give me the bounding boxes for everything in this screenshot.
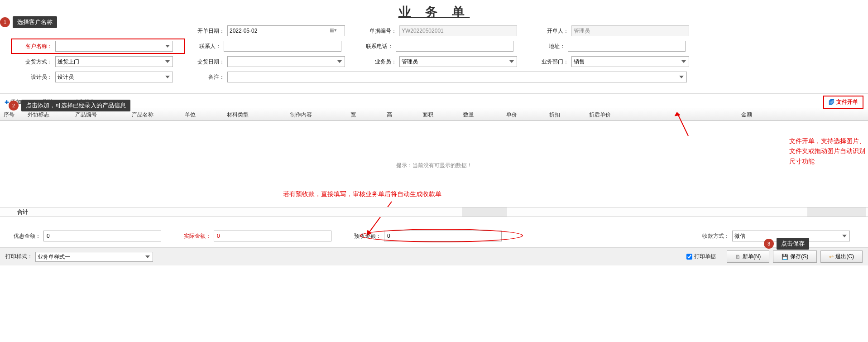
print-checkbox[interactable]: 打印单据 xyxy=(686,253,716,260)
designer-label: 设计员： xyxy=(14,73,55,81)
grid-totals-label: 合计 xyxy=(17,208,28,216)
callout-3-label: 点击保存 xyxy=(777,238,809,250)
salesman-select[interactable]: 管理员 xyxy=(399,56,517,67)
col-area: 面积 xyxy=(408,109,448,120)
grid-totals-row: 合计 xyxy=(0,207,868,217)
col-disc-price: 折后单价 xyxy=(575,109,625,120)
phone-label: 联系电话： xyxy=(354,43,396,50)
col-qty: 数量 xyxy=(448,109,489,120)
col-material: 材料类型 xyxy=(208,109,267,120)
new-button[interactable]: 🗎 新单(N) xyxy=(727,250,770,263)
salesman-label: 业务员： xyxy=(358,58,399,66)
file-open-button[interactable]: 🗐 文件开单 xyxy=(823,96,863,109)
remark-label: 备注： xyxy=(186,73,227,81)
callout-2-number: 2 xyxy=(9,101,19,111)
billing-date-input[interactable] xyxy=(227,25,345,36)
save-icon: 💾 xyxy=(782,254,788,260)
delivery-date-label: 交货日期： xyxy=(186,58,227,66)
new-button-label: 新单(N) xyxy=(743,253,761,260)
prepay-input[interactable] xyxy=(384,231,502,241)
doc-no-label: 单据编号： xyxy=(358,27,399,35)
prepay-label: 预收金额： xyxy=(354,232,381,240)
print-style-label: 打印样式： xyxy=(5,253,33,260)
col-width: 宽 xyxy=(335,109,371,120)
callout-2: 2 点击添加，可选择已经录入的产品信息 xyxy=(9,100,130,111)
col-discount: 折扣 xyxy=(534,109,575,120)
dept-select[interactable]: 销售 xyxy=(571,56,689,67)
print-style-select[interactable]: 业务单样式一 xyxy=(35,252,153,262)
form-area: 1 选择客户名称 开单日期： ▦▾ 单据编号： 开单人： 客户名称： 联系人： xyxy=(0,22,868,94)
save-button-label: 保存(S) xyxy=(790,253,808,260)
save-button[interactable]: 💾 保存(S) xyxy=(773,250,817,263)
callout-3: 3 点击保存 xyxy=(764,238,809,250)
discount-input[interactable] xyxy=(43,231,161,241)
customer-label: 客户名称： xyxy=(14,43,55,50)
svg-line-0 xyxy=(677,112,688,136)
phone-input[interactable] xyxy=(396,41,513,52)
arrow-file-open xyxy=(675,109,693,140)
new-icon: 🗎 xyxy=(735,254,741,260)
callout-1: 1 选择客户名称 xyxy=(0,16,57,28)
delivery-date-select[interactable] xyxy=(227,56,345,67)
customer-select[interactable] xyxy=(55,41,173,52)
callout-1-label: 选择客户名称 xyxy=(13,16,57,28)
exit-button[interactable]: ↩ 退出(C) xyxy=(820,250,863,263)
col-content: 制作内容 xyxy=(267,109,335,120)
creator-label: 开单人： xyxy=(530,27,571,35)
paymethod-label: 收款方式： xyxy=(702,232,729,240)
remark-select[interactable] xyxy=(227,72,687,82)
callout-3-number: 3 xyxy=(764,239,774,249)
page-title: 业 务 单 xyxy=(0,0,868,22)
delivery-method-select[interactable]: 送货上门 xyxy=(55,56,173,67)
callout-1-number: 1 xyxy=(0,17,10,27)
col-unit: 单位 xyxy=(172,109,208,120)
designer-select[interactable]: 设计员 xyxy=(55,72,173,82)
annotation-prepay: 若有预收款，直接填写，审核业务单后将自动生成收款单 xyxy=(283,190,441,198)
address-label: 地址： xyxy=(526,43,568,50)
col-amount: 金额 xyxy=(625,109,868,120)
billing-date-label: 开单日期： xyxy=(186,27,227,35)
callout-2-label: 点击添加，可选择已经录入的产品信息 xyxy=(21,100,130,111)
col-height: 高 xyxy=(371,109,408,120)
actual-input[interactable] xyxy=(214,231,331,241)
contact-label: 联系人： xyxy=(182,43,224,50)
file-open-icon: 🗐 xyxy=(829,99,834,106)
file-open-label: 文件开单 xyxy=(836,98,858,106)
col-price: 单价 xyxy=(489,109,534,120)
exit-icon: ↩ xyxy=(829,254,834,260)
discount-label: 优惠金额： xyxy=(14,232,41,240)
doc-no-input xyxy=(399,25,517,36)
dept-label: 业务部门： xyxy=(530,58,571,66)
print-checkbox-input[interactable] xyxy=(686,254,692,260)
address-input[interactable] xyxy=(568,41,686,52)
actual-label: 实际金额： xyxy=(184,232,211,240)
print-checkbox-label: 打印单据 xyxy=(694,253,716,260)
contact-input[interactable] xyxy=(224,41,341,52)
grid-empty-hint: 提示：当前没有可显示的数据！ xyxy=(0,162,868,169)
footer: 打印样式： 业务单样式一 打印单据 🗎 新单(N) 💾 保存(S) ↩ 退出(C… xyxy=(0,247,868,265)
summary-row: 优惠金额： 实际金额： 预收金额： 收款方式： 微信 xyxy=(0,217,868,247)
delivery-method-label: 交货方式： xyxy=(14,58,55,66)
annotation-file-open: 文件开单，支持选择图片、文件夹或拖动图片自动识别尺寸功能 xyxy=(789,136,866,166)
creator-input xyxy=(571,25,689,36)
exit-button-label: 退出(C) xyxy=(835,253,854,260)
svg-marker-1 xyxy=(675,112,680,116)
